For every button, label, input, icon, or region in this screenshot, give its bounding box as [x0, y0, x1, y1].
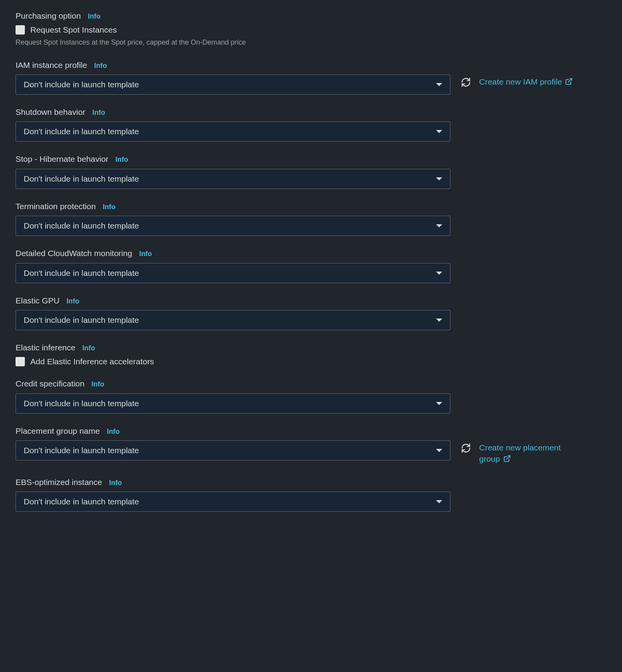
caret-down-icon [436, 449, 442, 452]
elastic-inference-info-link[interactable]: Info [82, 344, 95, 352]
create-iam-profile-link[interactable]: Create new IAM profile [479, 76, 573, 87]
iam-profile-info-link[interactable]: Info [94, 62, 107, 70]
elastic-inference-checkbox[interactable] [16, 357, 25, 366]
caret-down-icon [436, 177, 442, 180]
elastic-inference-section: Elastic inference Info Add Elastic Infer… [16, 342, 606, 366]
termination-info-link[interactable]: Info [103, 203, 116, 211]
termination-label: Termination protection [16, 201, 96, 212]
cloudwatch-info-link[interactable]: Info [139, 250, 152, 258]
external-link-icon [503, 455, 511, 462]
placement-info-link[interactable]: Info [107, 428, 120, 436]
refresh-icon [461, 443, 471, 453]
elastic-gpu-select[interactable]: Don't include in launch template [16, 310, 450, 330]
request-spot-label: Request Spot Instances [30, 25, 117, 35]
iam-profile-refresh-button[interactable] [460, 76, 472, 88]
svg-line-0 [568, 78, 572, 82]
iam-profile-section: IAM instance profile Info Don't include … [16, 59, 606, 95]
ebs-section: EBS-optimized instance Info Don't includ… [16, 476, 606, 512]
credit-label: Credit specification [16, 378, 84, 389]
iam-profile-select[interactable]: Don't include in launch template [16, 74, 450, 95]
purchasing-option-help: Request Spot Instances at the Spot price… [16, 38, 606, 47]
placement-label: Placement group name [16, 425, 100, 436]
cloudwatch-section: Detailed CloudWatch monitoring Info Don'… [16, 248, 606, 283]
purchasing-option-label: Purchasing option [16, 10, 81, 21]
credit-select[interactable]: Don't include in launch template [16, 393, 450, 414]
termination-select[interactable]: Don't include in launch template [16, 216, 450, 236]
shutdown-label: Shutdown behavior [16, 106, 85, 118]
elastic-gpu-select-value: Don't include in launch template [24, 315, 139, 325]
placement-refresh-button[interactable] [460, 442, 472, 454]
cloudwatch-label: Detailed CloudWatch monitoring [16, 248, 132, 259]
hibernate-select[interactable]: Don't include in launch template [16, 169, 450, 189]
caret-down-icon [436, 224, 442, 227]
hibernate-select-value: Don't include in launch template [24, 174, 139, 184]
cloudwatch-select-value: Don't include in launch template [24, 268, 139, 278]
placement-select[interactable]: Don't include in launch template [16, 440, 450, 461]
elastic-gpu-label: Elastic GPU [16, 295, 59, 306]
purchasing-option-info-link[interactable]: Info [88, 12, 101, 21]
elastic-inference-label: Elastic inference [16, 342, 75, 353]
credit-section: Credit specification Info Don't include … [16, 378, 606, 413]
credit-select-value: Don't include in launch template [24, 399, 139, 408]
termination-select-value: Don't include in launch template [24, 221, 139, 230]
shutdown-section: Shutdown behavior Info Don't include in … [16, 106, 606, 142]
external-link-icon [565, 78, 573, 85]
elastic-inference-checkbox-label: Add Elastic Inference accelerators [30, 357, 154, 366]
iam-profile-label: IAM instance profile [16, 59, 87, 71]
caret-down-icon [436, 130, 442, 133]
elastic-gpu-section: Elastic GPU Info Don't include in launch… [16, 295, 606, 330]
iam-profile-select-value: Don't include in launch template [24, 80, 139, 89]
purchasing-option-section: Purchasing option Info Request Spot Inst… [16, 10, 606, 48]
shutdown-select-value: Don't include in launch template [24, 127, 139, 136]
refresh-icon [461, 77, 471, 87]
caret-down-icon [436, 402, 442, 405]
credit-info-link[interactable]: Info [91, 380, 104, 388]
caret-down-icon [436, 319, 442, 322]
ebs-label: EBS-optimized instance [16, 476, 102, 488]
svg-line-1 [506, 456, 510, 459]
ebs-select[interactable]: Don't include in launch template [16, 492, 450, 512]
ebs-info-link[interactable]: Info [109, 479, 122, 487]
hibernate-info-link[interactable]: Info [115, 156, 128, 164]
hibernate-label: Stop - Hibernate behavior [16, 153, 108, 165]
shutdown-info-link[interactable]: Info [92, 109, 105, 117]
caret-down-icon [436, 272, 442, 275]
ebs-select-value: Don't include in launch template [24, 497, 139, 506]
create-placement-group-link[interactable]: Create new placement group [479, 442, 580, 465]
caret-down-icon [436, 500, 442, 503]
caret-down-icon [436, 83, 442, 86]
placement-section: Placement group name Info Don't include … [16, 425, 606, 465]
hibernate-section: Stop - Hibernate behavior Info Don't inc… [16, 153, 606, 189]
cloudwatch-select[interactable]: Don't include in launch template [16, 263, 450, 283]
shutdown-select[interactable]: Don't include in launch template [16, 121, 450, 142]
placement-select-value: Don't include in launch template [24, 446, 139, 455]
elastic-gpu-info-link[interactable]: Info [66, 297, 79, 305]
request-spot-checkbox[interactable] [16, 25, 25, 35]
termination-section: Termination protection Info Don't includ… [16, 201, 606, 236]
